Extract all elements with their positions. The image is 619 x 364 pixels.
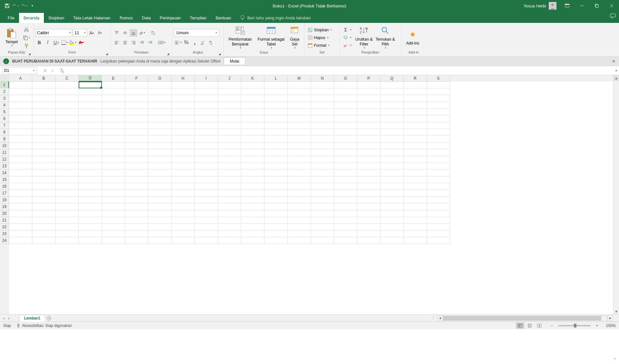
cell[interactable] [172,115,195,122]
cell[interactable] [55,231,79,237]
cell[interactable] [404,149,427,156]
cell[interactable] [241,143,264,149]
cell[interactable] [172,88,195,95]
cell[interactable] [79,224,102,231]
cell[interactable] [288,156,311,163]
column-header[interactable]: I [195,75,218,82]
cell[interactable] [172,163,195,170]
cell[interactable] [32,231,55,237]
new-sheet-icon[interactable] [45,316,53,321]
cell[interactable] [288,183,311,190]
cell[interactable] [195,122,218,129]
cell[interactable] [404,102,427,109]
row-header[interactable]: 22 [0,224,9,231]
cell[interactable] [241,176,264,183]
zoom-level[interactable]: 100% [601,323,616,328]
cell[interactable] [311,197,334,203]
cell[interactable] [9,197,32,203]
cell[interactable] [125,109,148,115]
increase-decimal-icon[interactable]: ←0.00 [199,39,207,46]
cell[interactable] [311,224,334,231]
formula-input[interactable] [65,67,613,74]
align-right-icon[interactable] [130,39,137,46]
cell[interactable] [404,210,427,217]
cell[interactable] [311,190,334,197]
cell[interactable] [404,143,427,149]
user-account[interactable]: Yosua Herbi [524,2,560,10]
scroll-left-icon[interactable]: ◄ [437,315,443,321]
cell[interactable] [79,197,102,203]
cell[interactable] [32,95,55,102]
cells-area[interactable] [9,82,613,314]
cell[interactable] [55,109,79,115]
cell[interactable] [125,82,148,88]
cell[interactable] [102,88,125,95]
cell[interactable] [125,136,148,143]
cell[interactable] [102,82,125,88]
cell[interactable] [334,129,357,136]
cell[interactable] [32,163,55,170]
vertical-scrollbar[interactable]: ▲ ▼ [613,75,619,314]
cell[interactable] [32,237,55,244]
bold-button[interactable]: B [35,39,43,46]
row-header[interactable]: 24 [0,237,9,244]
cell[interactable] [148,95,172,102]
cell[interactable] [218,88,241,95]
number-format-combo[interactable]: Umum▾ [174,29,219,37]
row-header[interactable]: 21 [0,217,9,224]
cell[interactable] [125,156,148,163]
cell[interactable] [55,102,79,109]
cell[interactable] [380,102,404,109]
cell[interactable] [148,129,172,136]
cell[interactable] [125,115,148,122]
align-center-icon[interactable] [121,39,129,46]
cell[interactable] [241,231,264,237]
comma-format-icon[interactable]: , [191,39,199,46]
cell[interactable] [264,122,288,129]
cell[interactable] [218,183,241,190]
cell[interactable] [357,102,380,109]
cell[interactable] [218,109,241,115]
tab-formulas[interactable]: Rumus [115,13,137,23]
cell[interactable] [334,203,357,210]
cell[interactable] [218,237,241,244]
cell[interactable] [195,237,218,244]
cell[interactable] [9,217,32,224]
cell[interactable] [102,129,125,136]
cell[interactable] [125,203,148,210]
cell[interactable] [79,163,102,170]
insert-function-icon[interactable]: fx [59,68,65,74]
cell[interactable] [264,210,288,217]
cell[interactable] [9,102,32,109]
save-icon[interactable] [3,2,11,10]
cell[interactable] [288,88,311,95]
tab-help[interactable]: Bantuan [211,13,236,23]
row-header[interactable]: 20 [0,210,9,217]
sheet-next-icon[interactable]: ► [7,316,11,320]
cell[interactable] [79,109,102,115]
cell[interactable] [218,156,241,163]
cell[interactable] [9,115,32,122]
cell[interactable] [79,122,102,129]
cell[interactable] [218,224,241,231]
cell[interactable] [334,149,357,156]
cell[interactable] [380,95,404,102]
cell[interactable] [172,156,195,163]
cell[interactable] [404,203,427,210]
cell[interactable] [195,197,218,203]
cell[interactable] [9,210,32,217]
column-header[interactable]: N [311,75,334,82]
cell[interactable] [380,231,404,237]
maximize-button[interactable] [589,0,604,12]
cell[interactable] [241,163,264,170]
cell[interactable] [32,217,55,224]
cell[interactable] [32,115,55,122]
cell[interactable] [125,224,148,231]
cell[interactable] [172,203,195,210]
cell[interactable] [357,149,380,156]
undo-icon[interactable]: ▾ [12,2,19,10]
cell[interactable] [241,237,264,244]
cell[interactable] [32,156,55,163]
cell[interactable] [32,149,55,156]
cancel-formula-icon[interactable]: ✕ [41,68,49,73]
